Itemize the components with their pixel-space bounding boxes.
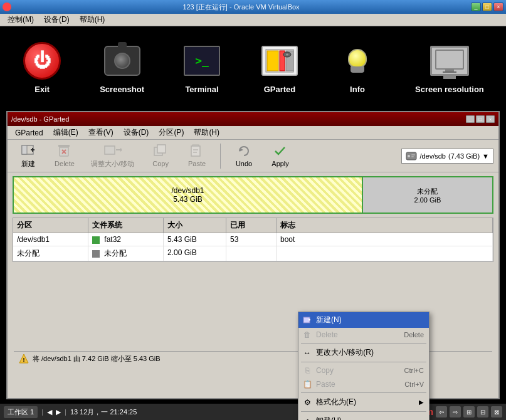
ctx-delete-shortcut: Delete — [404, 331, 424, 339]
cell-size-1: 5.43 GiB — [164, 233, 226, 246]
gparted-window: /dev/sdb - GParted _ □ × GParted 编辑(E) 查… — [6, 111, 500, 399]
taskbar-btn-4[interactable]: ⊟ — [477, 406, 488, 417]
menu-help[interactable]: 帮助(H) — [75, 14, 110, 25]
ctx-new-icon — [302, 315, 312, 325]
toolbar-device-selector[interactable]: /dev/sdb (7.43 GiB) ▼ — [401, 149, 493, 164]
delete-partition-icon — [58, 144, 71, 160]
toolbar-separator-1 — [220, 144, 221, 169]
disk-partition-sdb1[interactable]: /dev/sdb1 5.43 GiB — [14, 177, 363, 213]
gparted-icon — [261, 46, 298, 76]
toolbar-delete-label: Delete — [55, 160, 75, 167]
gparted-close-button[interactable]: × — [486, 115, 495, 123]
cell-used-1: 53 — [226, 233, 277, 246]
device-dropdown[interactable]: /dev/sdb (7.43 GiB) ▼ — [401, 149, 493, 164]
svg-rect-1 — [267, 51, 278, 71]
ctx-delete-icon: 🗑 — [302, 330, 312, 340]
context-menu: 新建(N) 🗑 Delete Delete ↔ 更改大小/移动(R) ⎘ Cop… — [298, 312, 430, 420]
taskbar-btn-5[interactable]: ⊠ — [491, 406, 502, 417]
terminal-icon: >_ — [184, 46, 220, 76]
disk-unalloc-size: 2.00 GiB — [414, 196, 441, 204]
ctx-separator-2 — [301, 362, 426, 362]
gparted-window-controls: _ □ × — [466, 115, 495, 123]
partition-name-2: 未分配 — [17, 249, 40, 258]
col-filesystem: 文件系统 — [88, 218, 164, 233]
launcher-info[interactable]: Info — [337, 41, 377, 94]
gparted-menu-bar: GParted 编辑(E) 查看(V) 设备(D) 分区(P) 帮助(H) — [8, 126, 498, 140]
cell-partition-1: /dev/sdb1 — [13, 233, 88, 246]
gparted-menu-help[interactable]: 帮助(H) — [189, 126, 224, 139]
copy-partition-icon — [154, 144, 167, 160]
ctx-copy-icon: ⎘ — [302, 365, 312, 375]
svg-rect-26 — [191, 146, 200, 156]
svg-rect-7 — [436, 51, 463, 68]
toolbar-apply-button[interactable]: Apply — [265, 141, 296, 171]
ctx-delete-label: Delete — [316, 330, 338, 339]
toolbar-delete-button: Delete — [49, 141, 80, 171]
next-workspace-button[interactable]: ▶ — [56, 408, 61, 416]
close-button[interactable]: × — [493, 3, 503, 11]
new-partition-icon — [21, 144, 35, 159]
table-row[interactable]: 未分配 未分配 2.00 GiB — [13, 246, 493, 261]
workspace-indicator[interactable]: 工作区 1 — [4, 406, 38, 418]
minimize-button[interactable]: _ — [471, 3, 481, 11]
gparted-titlebar: /dev/sdb - GParted _ □ × — [8, 112, 498, 126]
toolbar-apply-label: Apply — [271, 160, 289, 167]
taskbar-datetime: 13 12月，一 21:24:25 — [70, 407, 137, 417]
toolbar-new-button[interactable]: 新建 — [13, 140, 44, 172]
gparted-menu-device[interactable]: 设备(D) — [119, 126, 154, 139]
svg-marker-22 — [120, 148, 122, 152]
exit-label: Exit — [34, 85, 50, 94]
screen-resolution-icon-container — [430, 41, 470, 81]
svg-rect-27 — [193, 149, 198, 150]
launcher-exit[interactable]: ⏻ Exit — [22, 41, 62, 94]
gparted-restore-button[interactable]: □ — [476, 115, 485, 123]
taskbar-btn-2[interactable]: ⇨ — [450, 406, 461, 417]
exit-icon: ⏻ — [22, 41, 62, 81]
ctx-format-item[interactable]: ⚙ 格式化为(E) ▶ — [298, 394, 429, 410]
ctx-separator-4 — [301, 411, 426, 412]
launcher-terminal[interactable]: >_ Terminal — [182, 41, 222, 94]
launcher-gparted[interactable]: GParted — [260, 41, 300, 94]
undo-icon — [237, 144, 251, 160]
svg-rect-33 — [411, 156, 414, 157]
launcher-screenshot[interactable]: Screenshot — [100, 41, 144, 94]
gparted-menu-view[interactable]: 查看(V) — [83, 126, 119, 139]
ctx-new-item[interactable]: 新建(N) — [298, 312, 429, 328]
toolbar-paste-label: Paste — [188, 160, 206, 167]
disk-visualization: /dev/sdb1 5.43 GiB 未分配 2.00 GiB — [13, 176, 493, 214]
disk-unallocated[interactable]: 未分配 2.00 GiB — [363, 177, 492, 213]
ctx-resize-icon: ↔ — [302, 348, 312, 358]
taskbar-btn-3[interactable]: ⊞ — [463, 406, 475, 417]
menu-devices[interactable]: 设备(D) — [39, 14, 75, 25]
launcher-screen-resolution[interactable]: Screen resolution — [415, 41, 484, 94]
status-icon: ! — [19, 354, 29, 364]
table-header: 分区 文件系统 大小 已用 标志 — [13, 218, 493, 233]
cell-flags-1: boot — [277, 233, 493, 246]
cell-used-2 — [226, 246, 277, 261]
svg-marker-29 — [240, 148, 243, 152]
gparted-menu-edit[interactable]: 编辑(E) — [48, 126, 83, 139]
svg-point-31 — [408, 155, 410, 157]
device-size: (7.43 GiB) — [448, 152, 480, 160]
taskbar-btn-1[interactable]: ⇦ — [436, 406, 447, 417]
exit-circle-icon: ⏻ — [23, 42, 61, 80]
maximize-button[interactable]: □ — [482, 3, 492, 11]
screenshot-label: Screenshot — [100, 85, 144, 94]
toolbar-undo-button[interactable]: Undo — [228, 141, 260, 171]
gparted-minimize-button[interactable]: _ — [466, 115, 475, 123]
ctx-unmount-item[interactable]: ⏏ 卸载(U) — [298, 413, 429, 420]
status-text: 将 /dev/sdb1 由 7.42 GiB 缩小至 5.43 GiB — [33, 354, 161, 364]
taskbar-divider-2: | — [65, 408, 66, 416]
menu-control[interactable]: 控制(M) — [3, 14, 39, 25]
fs-badge-gray — [92, 250, 100, 258]
prev-workspace-button[interactable]: ◀ — [47, 408, 52, 416]
ctx-paste-item: 📋 Paste Ctrl+V — [298, 377, 429, 391]
gparted-menu-partition[interactable]: 分区(P) — [154, 126, 189, 139]
gparted-menu-gparted[interactable]: GParted — [10, 127, 48, 139]
toolbar-resize-button: 调整大小/移动 — [85, 140, 140, 172]
partition-table: 分区 文件系统 大小 已用 标志 /dev/sdb1 fat32 5.43 Gi… — [13, 218, 493, 262]
disk-icon — [406, 150, 417, 162]
table-row[interactable]: /dev/sdb1 fat32 5.43 GiB 53 boot — [13, 233, 493, 246]
fs-name-1: fat32 — [104, 235, 121, 244]
ctx-resize-item[interactable]: ↔ 更改大小/移动(R) — [298, 345, 429, 360]
